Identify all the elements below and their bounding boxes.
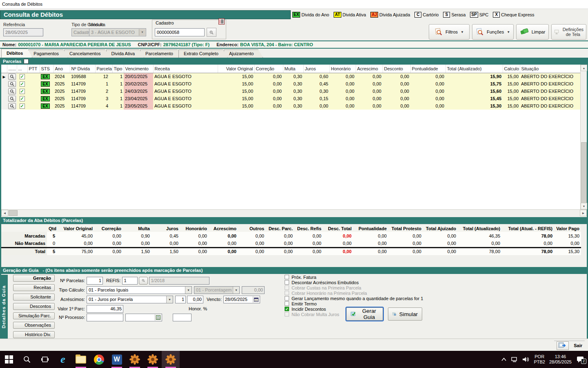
simular-button[interactable]: Simular — [388, 307, 422, 321]
modulo-select[interactable]: 3 - ÁGUA E ESGOTO▼ — [89, 28, 146, 36]
col-ptt[interactable]: PTT — [27, 65, 40, 73]
vertical-scrollbar[interactable]: ▲ ▼ — [580, 65, 587, 209]
referencia-input[interactable]: 28/05/2025 — [3, 28, 43, 36]
col-total[interactable]: Total (Atualizado) — [445, 65, 503, 73]
scroll-up-icon[interactable]: ▲ — [581, 65, 587, 71]
internet-explorer-button[interactable]: e — [54, 351, 72, 368]
chrome-button[interactable] — [90, 351, 108, 368]
row-detail-button[interactable] — [8, 96, 16, 102]
table-row[interactable]: ✓ EX 2025 114709 4 1 23/05/2025 AGUA E E… — [1, 102, 580, 110]
col-dots[interactable]: ...... — [7, 65, 17, 73]
calculator-icon[interactable] — [155, 314, 161, 321]
col-divida[interactable]: Nº Divida — [70, 65, 95, 73]
tab-extrato-completo[interactable]: Extrato Completo — [178, 49, 228, 58]
table-row[interactable]: ✓ EX 2025 114709 1 1 20/02/2025 AGUA E E… — [1, 80, 580, 88]
list-icon[interactable] — [218, 18, 225, 25]
tab-parcelamento[interactable]: Parcelamento — [140, 49, 183, 58]
network-icon[interactable] — [511, 357, 518, 362]
row-checkbox-checked[interactable]: ✓ — [20, 103, 25, 109]
definicoes-tela-button[interactable]: Definições de Tela — [551, 24, 586, 40]
processo-aux-input[interactable] — [125, 314, 162, 321]
table-row[interactable]: ✓ EX 2025 114709 2 1 24/03/2025 AGUA E E… — [1, 88, 580, 95]
checkbox-emitir-termo[interactable]: Emitir Termo — [285, 301, 456, 306]
menu-historico-div-button[interactable]: Histórico Div. — [13, 331, 55, 338]
row-detail-button[interactable] — [8, 81, 16, 87]
checkbox-prox-fatura[interactable]: Próx. Fatura — [285, 274, 456, 280]
menu-receitas-button[interactable]: Receitas — [13, 284, 55, 291]
scrollbar-thumb[interactable] — [9, 210, 18, 216]
erp-app-1-button[interactable] — [126, 351, 144, 368]
refis-search-button[interactable] — [139, 277, 148, 285]
col-acrescimo[interactable]: Acrescimo — [356, 65, 383, 73]
checkbox-gerar-lancamento[interactable]: Gerar Lançamento mesmo quando a quantida… — [285, 296, 456, 301]
col-correcao[interactable]: Correção — [254, 65, 283, 73]
acrescimos-select[interactable]: 01 - Juros por Parcela▼ — [87, 296, 173, 303]
scroll-right-icon[interactable]: ► — [580, 210, 587, 216]
row-detail-button[interactable] — [8, 88, 16, 94]
honor-input[interactable] — [173, 314, 192, 321]
col-sts[interactable]: STS — [40, 65, 53, 73]
col-valor[interactable]: Valor Original — [218, 65, 254, 73]
valor1-input[interactable]: 46,35 — [87, 305, 123, 313]
row-checkbox-checked[interactable]: ✓ — [20, 96, 25, 101]
menu-simulacao-parc-button[interactable]: Simulação Parc. — [13, 312, 55, 319]
horizontal-scrollbar[interactable]: ◄ ► — [1, 209, 587, 216]
row-checkbox-checked[interactable]: ✓ — [20, 89, 25, 94]
num-parcelas-input[interactable]: 1 — [87, 277, 103, 285]
filtros-button[interactable]: Filtros▼ — [429, 24, 470, 40]
col-parcela[interactable]: Parcela — [95, 65, 112, 73]
table-row[interactable]: ✓ EX 2025 114709 3 1 23/04/2025 AGUA E E… — [1, 95, 580, 102]
menu-solicitante-button[interactable]: Solicitante — [13, 294, 55, 301]
word-button[interactable]: W — [108, 351, 126, 368]
sair-button[interactable]: Sair — [554, 341, 585, 350]
gerar-guia-button[interactable]: Gerar Guia — [346, 307, 383, 321]
table-row[interactable]: ▶ ✓ EX 2024 109588 12 1 20/01/2025 AGUA … — [1, 73, 580, 80]
col-receita[interactable]: Receita — [153, 65, 218, 73]
col-vencimento[interactable]: Vencimento — [124, 65, 153, 73]
start-button[interactable] — [0, 351, 18, 368]
checkbox-descontar-acrescimos[interactable]: Descontar Acréscimos Embutidos — [285, 280, 456, 285]
menu-observacoes-button[interactable]: Observações — [13, 322, 55, 329]
erp-app-2-button[interactable] — [144, 351, 162, 368]
language-indicator[interactable]: POR PTB2 — [534, 354, 545, 365]
acrescimos-qtd-input[interactable]: 1 — [175, 296, 186, 303]
row-detail-button[interactable] — [8, 74, 16, 80]
refis-input[interactable]: 1 — [122, 277, 138, 285]
menu-geracao-button[interactable]: Geração — [13, 275, 55, 282]
speaker-icon[interactable] — [522, 357, 530, 362]
col-honorario[interactable]: Honorário — [330, 65, 356, 73]
col-situacao[interactable]: Situação — [520, 65, 580, 73]
scrollbar-thumb[interactable] — [581, 142, 587, 204]
parcelas-checkbox[interactable] — [24, 59, 29, 64]
menu-descontos-button[interactable]: Descontos — [13, 303, 55, 310]
tab-divida-ativa[interactable]: Divida Ativa — [106, 49, 144, 58]
vencto-input[interactable]: 28/05/2025 — [223, 296, 260, 303]
tab-cancelamentos[interactable]: Cancelamentos — [64, 49, 110, 58]
scroll-left-icon[interactable]: ◄ — [1, 210, 8, 216]
col-tipo[interactable]: Tipo — [112, 65, 124, 73]
calendar-icon[interactable] — [253, 296, 259, 303]
col-ano[interactable]: Ano — [53, 65, 70, 73]
col-multa[interactable]: Multa — [283, 65, 303, 73]
row-checkbox-checked[interactable]: ✓ — [20, 74, 25, 79]
tab-pagamentos[interactable]: Pagamentos — [28, 49, 68, 58]
col-pontualidade[interactable]: Pontualidade — [410, 65, 445, 73]
acrescimos-num-input[interactable]: 0,00 — [187, 296, 203, 303]
processo-input[interactable] — [87, 314, 123, 321]
file-explorer-button[interactable] — [72, 351, 90, 368]
cadastro-search-button[interactable] — [207, 28, 216, 37]
row-checkbox-checked[interactable]: ✓ — [20, 81, 25, 87]
tab-ajuizamento[interactable]: Ajuizamento — [224, 49, 263, 58]
col-dots2[interactable]: ... — [17, 65, 27, 73]
task-view-button[interactable] — [36, 351, 54, 368]
taskbar-search-button[interactable] — [18, 351, 36, 368]
row-detail-button[interactable] — [8, 103, 16, 109]
tray-chevron-icon[interactable] — [501, 357, 507, 361]
clock[interactable]: 13:46 28/05/2025 — [549, 354, 572, 365]
cadastro-input[interactable]: 000000058 — [155, 28, 205, 36]
tab-debitos[interactable]: Débitos — [1, 49, 32, 58]
limpar-button[interactable]: Limpar — [516, 24, 549, 40]
erp-app-active-button[interactable] — [162, 351, 180, 368]
col-calculo[interactable]: Calculo — [503, 65, 520, 73]
scroll-down-icon[interactable]: ▼ — [581, 203, 587, 209]
